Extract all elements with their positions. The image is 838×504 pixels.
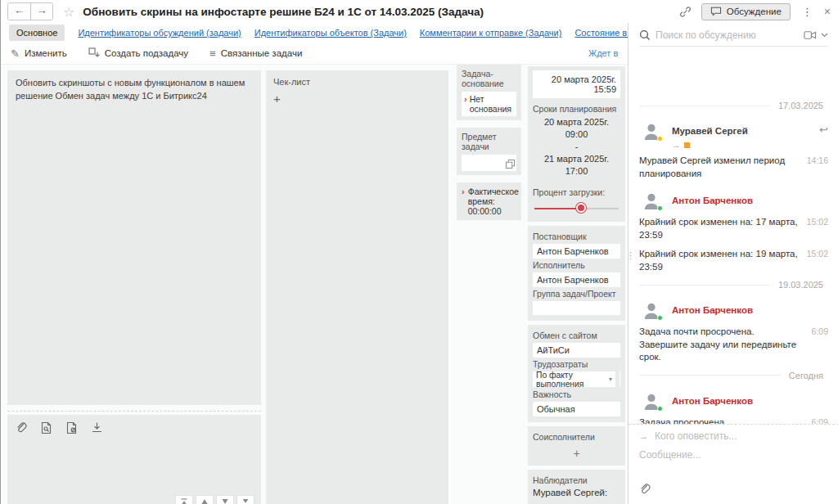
effort-hours-field[interactable]: 0, (619, 371, 620, 387)
edit-label: Изменить (25, 48, 67, 58)
message-time: 6:09 (812, 326, 828, 336)
plan-dash: - (533, 141, 620, 153)
message-time: 15:02 (807, 216, 828, 227)
date-divider-label: 19.03.2025 (778, 280, 828, 290)
status-dot (657, 136, 663, 142)
exchange-label: Обмен с сайтом (533, 331, 620, 340)
task-content: Обновить скриншоты с новым функционалом … (1, 65, 628, 504)
notify-input[interactable] (655, 430, 818, 442)
checklist-title: Чек-лист (273, 77, 441, 87)
recipient-indicator: → (672, 140, 748, 150)
menu-dots-icon[interactable]: ⋮ (800, 6, 814, 18)
scroll-up-button[interactable] (196, 495, 214, 504)
scroll-top-button[interactable] (175, 495, 193, 504)
plan-start-value[interactable]: 20 марта 2025г. 09:00 (533, 116, 620, 141)
favorite-star-icon[interactable]: ☆ (63, 4, 74, 20)
video-call-control[interactable] (804, 30, 828, 40)
message-input[interactable] (639, 449, 827, 461)
originator-value[interactable]: Антон Барченков (533, 244, 620, 259)
chat-message-group: Антон Барченков Крайний срок изменен на:… (639, 187, 828, 273)
panel-resize-handle[interactable]: ⋮ (626, 254, 635, 257)
tab-object-ids[interactable]: Идентификаторы объектов (Задачи) (255, 28, 407, 38)
observer-value[interactable]: Муравей Сергей: (533, 488, 620, 497)
edit-button[interactable]: ✎ Изменить (11, 47, 67, 60)
message-author[interactable]: Антон Барченков (672, 305, 753, 315)
tab-discussion-ids[interactable]: Идентификаторы обсуждений (задачи) (78, 28, 241, 38)
copy-link-icon[interactable] (679, 6, 692, 18)
avatar[interactable] (642, 122, 660, 142)
executor-value[interactable]: Антон Барченков (533, 272, 620, 287)
tab-send-comments[interactable]: Комментарии к отправке (Задачи) (420, 28, 562, 38)
create-subtask-label: Создать подзадачу (105, 48, 188, 58)
subtask-icon (88, 47, 100, 59)
avatar[interactable] (642, 191, 660, 211)
scroll-down-button[interactable] (216, 495, 234, 504)
scroll-controls (175, 495, 255, 504)
load-percent-label: Процент загрузки: (533, 187, 620, 197)
related-tasks-button[interactable]: ≡ Связанные задачи (210, 47, 302, 60)
task-side-panels: Задача-основание › Нет основания Предмет… (457, 65, 521, 227)
close-icon[interactable]: × (824, 5, 831, 18)
chat-message-group: Муравей Сергей → ↩ Муравей Сергей измени… (639, 117, 828, 180)
message-author[interactable]: Антон Барченков (672, 396, 753, 406)
search-input[interactable] (656, 29, 799, 41)
coexecutors-label: Соисполнители (533, 432, 620, 442)
checklist-add-button[interactable]: + (273, 92, 283, 106)
discussion-sidebar: ⋮ 17.03.2025 (628, 23, 838, 504)
date-divider: Сегодня (639, 371, 828, 380)
message-time: 15:02 (807, 248, 828, 259)
create-subtask-button[interactable]: Создать подзадачу (88, 47, 188, 59)
message-row: Крайний срок изменен на: 17 марта, 23:59… (639, 216, 828, 241)
plan-end-value[interactable]: 21 марта 2025г. 17:00 (533, 153, 620, 178)
arrow-right-icon: → (639, 431, 648, 441)
base-task-value: Нет основания (470, 94, 514, 114)
importance-label: Важность (533, 389, 620, 399)
effort-select[interactable]: По факту выполнения ▾ (533, 371, 615, 387)
paperclip-icon[interactable] (16, 421, 27, 434)
checklist-panel: Чек-лист + (266, 70, 448, 504)
load-percent-slider[interactable] (534, 203, 619, 214)
slider-handle[interactable] (576, 203, 586, 213)
task-subject-input[interactable] (462, 155, 516, 171)
tab-main[interactable]: Основное (9, 25, 65, 41)
doc-blocked-icon[interactable] (65, 421, 78, 434)
project-group-label: Группа задач/Проект (533, 289, 620, 299)
message-author[interactable]: Антон Барченков (672, 196, 753, 205)
attachments-section (7, 411, 261, 504)
related-tasks-label: Связанные задачи (221, 48, 303, 58)
date-divider-label: 17.03.2025 (778, 101, 828, 110)
coexecutors-panel: Соисполнители + (528, 426, 625, 466)
discussion-button[interactable]: Обсуждение (701, 3, 791, 20)
add-coexecutor-button[interactable]: + (533, 444, 620, 461)
date-divider: 19.03.2025 (639, 280, 828, 290)
download-icon[interactable] (91, 421, 103, 434)
back-button[interactable]: ← (8, 3, 30, 20)
message-text: Крайний срок изменен на: 19 марта, 23:59 (639, 248, 807, 273)
chevron-down-icon (821, 33, 828, 38)
observers-label: Наблюдатели (533, 475, 620, 485)
message-author[interactable]: Муравей Сергей (672, 126, 748, 136)
status-dot (657, 205, 663, 211)
message-input-row (639, 447, 828, 461)
tab-bar: Основное Идентификаторы обсуждений (зада… (1, 23, 628, 43)
people-panel: Постановщик Антон Барченков Исполнитель … (528, 226, 625, 321)
effort-value: По факту выполнения (536, 371, 609, 388)
scroll-bottom-button[interactable] (237, 495, 255, 504)
expand-icon[interactable] (506, 157, 515, 172)
doc-preview-icon[interactable] (40, 421, 52, 434)
message-text: Крайний срок изменен на: 17 марта, 23:59 (639, 216, 807, 241)
avatar[interactable] (642, 392, 660, 412)
forward-button[interactable]: → (30, 3, 52, 20)
message-time: 14:16 (807, 155, 828, 165)
task-description[interactable]: Обновить скриншоты с новым функционалом … (7, 70, 261, 405)
chat-message-group: Антон Барченков Задача просрочена. Завер… (639, 387, 828, 424)
base-task-value-box[interactable]: › Нет основания (462, 92, 516, 116)
deadline-value[interactable]: 20 марта 2025г. 15:59 (533, 70, 620, 98)
avatar[interactable] (642, 301, 660, 321)
reply-icon[interactable]: ↩ (819, 124, 828, 136)
exchange-value[interactable]: АйТиСи (533, 343, 620, 358)
message-row: Задача просрочена. Завершите задачу или … (639, 416, 828, 424)
project-group-value[interactable] (533, 301, 620, 315)
paperclip-icon[interactable] (639, 484, 651, 498)
importance-value[interactable]: Обычная (533, 402, 620, 416)
